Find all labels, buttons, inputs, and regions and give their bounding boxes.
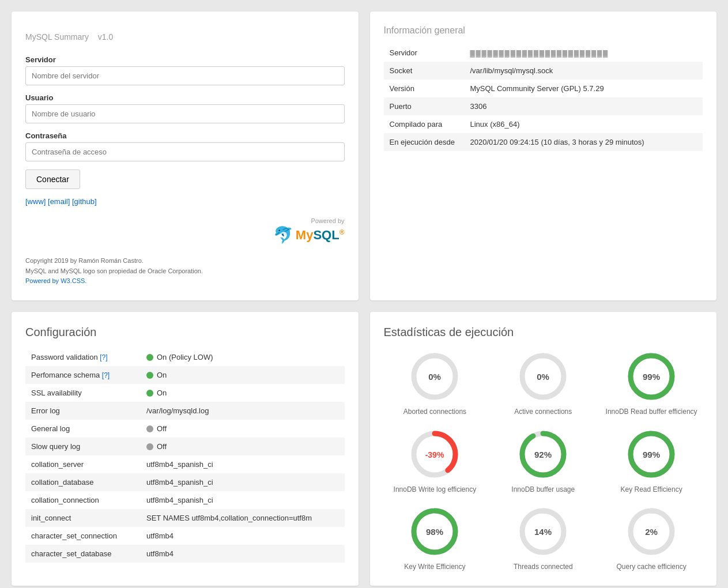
info-value: /var/lib/mysql/mysql.sock [465,62,703,80]
gauge-item: 92%InnoDB buffer usage [492,428,594,495]
gauge-item: 0%Active connections [492,350,594,417]
green-dot-icon [146,354,153,361]
svg-text:0%: 0% [537,372,549,382]
config-row: collation_serverutf8mb4_spanish_ci [25,455,345,473]
gauge-svg: 0% [409,350,461,402]
links-row: [www] [email] [github] [25,197,345,206]
config-row: SSL availabilityOn [25,384,345,402]
config-label: Password validation [?] [25,348,141,366]
info-value: MySQL Community Server (GPL) 5.7.29 [465,80,703,97]
info-label: Compilado para [384,115,465,133]
info-row: VersiónMySQL Community Server (GPL) 5.7.… [384,80,703,97]
powered-by-text: Powered by [25,217,345,224]
config-label: SSL availability [25,384,141,402]
password-input[interactable] [25,142,345,161]
user-label: Usuario [25,93,345,102]
server-input[interactable] [25,66,345,85]
gauge-label: InnoDB Read buffer efficiency [606,407,697,417]
login-form: Servidor Usuario Contraseña [25,55,345,169]
config-value: Off [141,438,345,455]
svg-text:98%: 98% [426,527,443,537]
gauge-label: InnoDB Write log efficiency [394,485,477,495]
gauge-item: 2%Query cache efficiency [600,506,703,572]
mysql-logo: 🐬 MySQL® [25,225,345,244]
info-row: Socket/var/lib/mysql/mysql.sock [384,62,703,80]
info-row: En ejecución desde2020/01/20 09:24:15 (1… [384,133,703,151]
gauge-item: 0%Aborted connections [384,350,486,417]
username-input[interactable] [25,104,345,123]
stats-card: Estadísticas de ejecución 0%Aborted conn… [370,312,717,586]
info-label: Servidor [384,44,465,62]
config-title: Configuración [25,326,345,339]
mysql-logo-area: Powered by 🐬 MySQL® [25,217,345,244]
gauge-label: InnoDB buffer usage [511,485,575,495]
svg-text:2%: 2% [645,527,658,537]
github-link[interactable]: [github] [72,197,97,206]
app-title: MySQL Summary v1.0 [25,25,345,44]
gauge-label: Query cache efficiency [616,562,686,572]
w3css-link[interactable]: Powered by W3.CSS. [25,277,86,284]
info-row: Compilado paraLinux (x86_64) [384,115,703,133]
info-label: En ejecución desde [384,133,465,151]
gray-dot-icon [146,443,153,450]
config-label: Slow query log [25,438,141,455]
gauge-svg: 92% [517,428,569,480]
mysql-brand-name: MySQL® [296,228,345,243]
svg-text:99%: 99% [643,450,660,459]
config-row: General logOff [25,420,345,438]
gauge-svg: 0% [517,350,569,402]
copyright-line2: MySQL and MySQL logo son propiedad de Or… [25,266,345,277]
config-value: utf8mb4_spanish_ci [141,473,345,491]
info-label: Versión [384,80,465,97]
info-title: Información general [384,25,703,36]
config-row: collation_databaseutf8mb4_spanish_ci [25,473,345,491]
gauge-item: 98%Key Write Efficiency [384,506,486,572]
gauge-item: 99%InnoDB Read buffer efficiency [600,350,703,417]
config-label: collation_database [25,473,141,491]
gauge-label: Threads connected [514,562,573,572]
info-table: Servidor▓▓▓▓▓▓▓▓▓▓▓▓▓▓▓▓▓▓▓▓▓▓▓▓Socket/v… [384,44,703,151]
config-label: Error log [25,402,141,420]
config-table: Password validation [?]On (Policy LOW)Pe… [25,348,345,563]
login-card: MySQL Summary v1.0 Servidor Usuario Cont… [12,12,359,300]
gauge-item: -39%InnoDB Write log efficiency [384,428,486,495]
gauge-svg: 98% [409,506,461,557]
info-row: Servidor▓▓▓▓▓▓▓▓▓▓▓▓▓▓▓▓▓▓▓▓▓▓▓▓ [384,44,703,62]
dolphin-icon: 🐬 [273,225,293,244]
gauge-svg: 99% [625,350,677,402]
email-link[interactable]: [email] [48,197,70,206]
config-row: Perfomance schema [?]On [25,366,345,384]
gauge-label: Key Write Efficiency [404,562,465,572]
copyright-section: Copyright 2019 by Ramón Román Castro. My… [25,256,345,287]
info-card: Información general Servidor▓▓▓▓▓▓▓▓▓▓▓▓… [370,12,717,300]
gauge-item: 14%Threads connected [492,506,594,572]
gauge-label: Active connections [514,407,572,417]
config-row: Slow query logOff [25,438,345,455]
config-value: /var/log/mysqld.log [141,402,345,420]
gauge-item: 99%Key Read Efficiency [600,428,703,495]
connect-button[interactable]: Conectar [25,169,80,189]
config-row: Password validation [?]On (Policy LOW) [25,348,345,366]
gauge-label: Key Read Efficiency [620,485,682,495]
app-version: v1.0 [98,32,113,42]
config-value: utf8mb4 [141,545,345,563]
config-value: Off [141,420,345,438]
config-label: collation_connection [25,491,141,509]
info-value: 3306 [465,97,703,115]
config-label: init_connect [25,509,141,527]
info-row: Puerto3306 [384,97,703,115]
app-title-text: MySQL Summary [25,32,89,42]
config-row: character_set_connectionutf8mb4 [25,527,345,545]
help-link[interactable]: [?] [102,371,110,379]
gauge-svg: 14% [517,506,569,557]
www-link[interactable]: [www] [25,197,46,206]
config-value: On [141,366,345,384]
help-link[interactable]: [?] [100,353,107,361]
green-dot-icon [146,390,153,397]
gauge-label: Aborted connections [403,407,466,417]
stats-title: Estadísticas de ejecución [384,326,703,339]
gauge-svg: 99% [625,428,677,480]
password-label: Contraseña [25,131,345,140]
gauge-svg: -39% [409,428,461,480]
green-dot-icon [146,372,153,379]
